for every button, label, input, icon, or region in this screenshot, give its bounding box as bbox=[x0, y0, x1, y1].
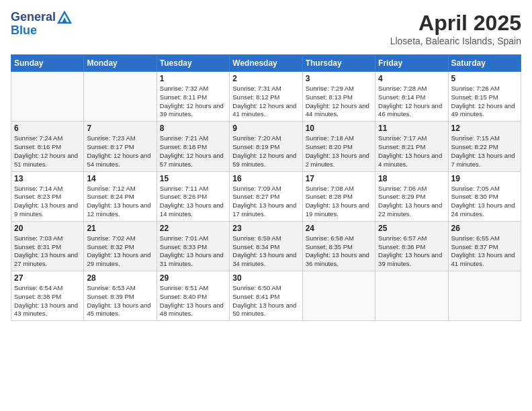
day-number: 15 bbox=[160, 174, 226, 183]
day-info: Sunrise: 6:50 AMSunset: 8:41 PMDaylight:… bbox=[232, 284, 299, 318]
col-header-saturday: Saturday bbox=[448, 55, 521, 72]
day-info: Sunrise: 7:32 AMSunset: 8:11 PMDaylight:… bbox=[160, 85, 226, 119]
day-number: 12 bbox=[451, 124, 518, 133]
col-header-wednesday: Wednesday bbox=[230, 55, 302, 72]
calendar-cell: 22Sunrise: 7:01 AMSunset: 8:33 PMDayligh… bbox=[157, 221, 229, 271]
calendar-cell: 19Sunrise: 7:05 AMSunset: 8:30 PMDayligh… bbox=[448, 171, 521, 221]
day-number: 2 bbox=[232, 74, 299, 83]
logo: General Blue bbox=[11, 11, 72, 38]
day-info: Sunrise: 6:58 AMSunset: 8:35 PMDaylight:… bbox=[306, 234, 372, 269]
calendar-cell bbox=[302, 271, 375, 321]
day-info: Sunrise: 7:29 AMSunset: 8:13 PMDaylight:… bbox=[306, 85, 372, 119]
day-info: Sunrise: 7:14 AMSunset: 8:23 PMDaylight:… bbox=[14, 185, 81, 219]
calendar-week-row: 1Sunrise: 7:32 AMSunset: 8:11 PMDaylight… bbox=[11, 72, 521, 122]
calendar-cell: 21Sunrise: 7:02 AMSunset: 8:32 PMDayligh… bbox=[84, 221, 157, 271]
calendar-cell: 23Sunrise: 6:59 AMSunset: 8:34 PMDayligh… bbox=[230, 221, 302, 271]
col-header-tuesday: Tuesday bbox=[157, 55, 229, 72]
calendar-cell: 4Sunrise: 7:28 AMSunset: 8:14 PMDaylight… bbox=[375, 72, 448, 122]
calendar-cell bbox=[11, 72, 84, 122]
day-number: 20 bbox=[14, 224, 81, 233]
day-number: 26 bbox=[451, 224, 518, 233]
day-info: Sunrise: 7:15 AMSunset: 8:22 PMDaylight:… bbox=[451, 134, 518, 169]
calendar-cell: 18Sunrise: 7:06 AMSunset: 8:29 PMDayligh… bbox=[375, 171, 448, 221]
day-number: 28 bbox=[87, 273, 153, 283]
day-info: Sunrise: 7:17 AMSunset: 8:21 PMDaylight:… bbox=[378, 134, 445, 169]
day-info: Sunrise: 7:06 AMSunset: 8:29 PMDaylight:… bbox=[378, 185, 445, 219]
day-number: 4 bbox=[378, 74, 445, 83]
svg-marker-1 bbox=[62, 17, 67, 23]
day-number: 6 bbox=[14, 124, 81, 133]
calendar-cell: 29Sunrise: 6:51 AMSunset: 8:40 PMDayligh… bbox=[157, 271, 229, 321]
calendar-week-row: 13Sunrise: 7:14 AMSunset: 8:23 PMDayligh… bbox=[11, 171, 521, 221]
calendar-cell bbox=[84, 72, 157, 122]
day-info: Sunrise: 7:01 AMSunset: 8:33 PMDaylight:… bbox=[160, 234, 226, 269]
calendar-cell: 10Sunrise: 7:18 AMSunset: 8:20 PMDayligh… bbox=[302, 122, 375, 171]
calendar-cell: 12Sunrise: 7:15 AMSunset: 8:22 PMDayligh… bbox=[448, 122, 521, 171]
calendar-cell: 5Sunrise: 7:26 AMSunset: 8:15 PMDaylight… bbox=[448, 72, 521, 122]
day-info: Sunrise: 7:05 AMSunset: 8:30 PMDaylight:… bbox=[451, 185, 518, 219]
calendar-cell: 11Sunrise: 7:17 AMSunset: 8:21 PMDayligh… bbox=[375, 122, 448, 171]
day-number: 10 bbox=[306, 124, 372, 133]
calendar-cell: 17Sunrise: 7:08 AMSunset: 8:28 PMDayligh… bbox=[302, 171, 375, 221]
logo-icon bbox=[57, 11, 72, 24]
calendar-cell: 27Sunrise: 6:54 AMSunset: 8:38 PMDayligh… bbox=[11, 271, 84, 321]
calendar-cell: 25Sunrise: 6:57 AMSunset: 8:36 PMDayligh… bbox=[375, 221, 448, 271]
title-block: April 2025 Lloseta, Balearic Islands, Sp… bbox=[390, 11, 521, 46]
logo-text: General bbox=[11, 11, 72, 24]
day-info: Sunrise: 7:21 AMSunset: 8:18 PMDaylight:… bbox=[160, 134, 226, 169]
calendar-cell bbox=[375, 271, 448, 321]
calendar-cell: 6Sunrise: 7:24 AMSunset: 8:16 PMDaylight… bbox=[11, 122, 84, 171]
day-number: 13 bbox=[14, 174, 81, 183]
day-number: 5 bbox=[451, 74, 518, 83]
day-info: Sunrise: 7:11 AMSunset: 8:26 PMDaylight:… bbox=[160, 185, 226, 219]
calendar-cell: 16Sunrise: 7:09 AMSunset: 8:27 PMDayligh… bbox=[230, 171, 302, 221]
col-header-monday: Monday bbox=[84, 55, 157, 72]
calendar-week-row: 20Sunrise: 7:03 AMSunset: 8:31 PMDayligh… bbox=[11, 221, 521, 271]
day-number: 3 bbox=[306, 74, 372, 83]
day-number: 18 bbox=[378, 174, 445, 183]
header: General Blue April 2025 Lloseta, Baleari… bbox=[11, 11, 521, 46]
day-info: Sunrise: 6:51 AMSunset: 8:40 PMDaylight:… bbox=[160, 284, 226, 318]
calendar-cell: 26Sunrise: 6:55 AMSunset: 8:37 PMDayligh… bbox=[448, 221, 521, 271]
day-info: Sunrise: 7:24 AMSunset: 8:16 PMDaylight:… bbox=[14, 134, 81, 169]
day-number: 29 bbox=[160, 273, 226, 283]
day-number: 16 bbox=[232, 174, 299, 183]
day-number: 7 bbox=[87, 124, 153, 133]
day-number: 30 bbox=[232, 273, 299, 283]
day-number: 24 bbox=[306, 224, 372, 233]
day-info: Sunrise: 7:03 AMSunset: 8:31 PMDaylight:… bbox=[14, 234, 81, 269]
day-number: 27 bbox=[14, 273, 81, 283]
day-info: Sunrise: 7:28 AMSunset: 8:14 PMDaylight:… bbox=[378, 85, 445, 119]
calendar-cell: 2Sunrise: 7:31 AMSunset: 8:12 PMDaylight… bbox=[230, 72, 302, 122]
day-info: Sunrise: 7:08 AMSunset: 8:28 PMDaylight:… bbox=[306, 185, 372, 219]
day-number: 21 bbox=[87, 224, 153, 233]
calendar-cell: 24Sunrise: 6:58 AMSunset: 8:35 PMDayligh… bbox=[302, 221, 375, 271]
day-info: Sunrise: 7:09 AMSunset: 8:27 PMDaylight:… bbox=[232, 185, 299, 219]
calendar-cell: 28Sunrise: 6:53 AMSunset: 8:39 PMDayligh… bbox=[84, 271, 157, 321]
calendar-header-row: SundayMondayTuesdayWednesdayThursdayFrid… bbox=[11, 55, 521, 72]
calendar-cell: 3Sunrise: 7:29 AMSunset: 8:13 PMDaylight… bbox=[302, 72, 375, 122]
calendar-cell: 9Sunrise: 7:20 AMSunset: 8:19 PMDaylight… bbox=[230, 122, 302, 171]
calendar-cell: 7Sunrise: 7:23 AMSunset: 8:17 PMDaylight… bbox=[84, 122, 157, 171]
day-number: 22 bbox=[160, 224, 226, 233]
day-number: 19 bbox=[451, 174, 518, 183]
col-header-friday: Friday bbox=[375, 55, 448, 72]
calendar-cell: 8Sunrise: 7:21 AMSunset: 8:18 PMDaylight… bbox=[157, 122, 229, 171]
day-info: Sunrise: 6:57 AMSunset: 8:36 PMDaylight:… bbox=[378, 234, 445, 269]
day-number: 14 bbox=[87, 174, 153, 183]
day-number: 1 bbox=[160, 74, 226, 83]
col-header-thursday: Thursday bbox=[302, 55, 375, 72]
day-info: Sunrise: 7:18 AMSunset: 8:20 PMDaylight:… bbox=[306, 134, 372, 169]
main-title: April 2025 bbox=[390, 11, 521, 36]
day-info: Sunrise: 7:20 AMSunset: 8:19 PMDaylight:… bbox=[232, 134, 299, 169]
calendar-cell: 20Sunrise: 7:03 AMSunset: 8:31 PMDayligh… bbox=[11, 221, 84, 271]
calendar-cell: 1Sunrise: 7:32 AMSunset: 8:11 PMDaylight… bbox=[157, 72, 229, 122]
day-info: Sunrise: 7:12 AMSunset: 8:24 PMDaylight:… bbox=[87, 185, 153, 219]
day-info: Sunrise: 6:54 AMSunset: 8:38 PMDaylight:… bbox=[14, 284, 81, 318]
day-number: 11 bbox=[378, 124, 445, 133]
calendar-cell: 13Sunrise: 7:14 AMSunset: 8:23 PMDayligh… bbox=[11, 171, 84, 221]
calendar-cell: 30Sunrise: 6:50 AMSunset: 8:41 PMDayligh… bbox=[230, 271, 302, 321]
subtitle: Lloseta, Balearic Islands, Spain bbox=[390, 36, 521, 46]
day-number: 17 bbox=[306, 174, 372, 183]
calendar-cell: 14Sunrise: 7:12 AMSunset: 8:24 PMDayligh… bbox=[84, 171, 157, 221]
